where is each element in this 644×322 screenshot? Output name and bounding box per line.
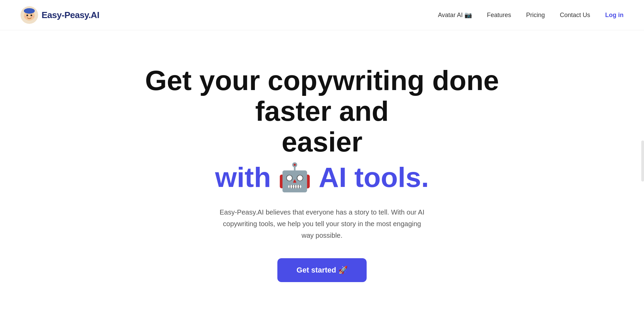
robot-emoji: 🤖 — [278, 164, 312, 191]
hero-subtitle-suffix: AI tools. — [319, 161, 429, 194]
hero-subtitle: with 🤖 AI tools. — [215, 161, 429, 194]
get-started-button[interactable]: Get started 🚀 — [277, 258, 366, 282]
logo-text: Easy-Peasy.AI — [42, 10, 99, 20]
nav-contact[interactable]: Contact Us — [560, 12, 590, 19]
navbar: Easy-Peasy.AI Avatar AI 📷 Features Prici… — [0, 0, 644, 30]
scrollbar[interactable] — [641, 141, 644, 181]
hero-subtitle-prefix: with — [215, 161, 271, 194]
svg-point-6 — [32, 16, 34, 17]
hero-title-line2: easier — [281, 127, 362, 157]
svg-point-2 — [24, 8, 35, 14]
hero-section: Get your copywriting done faster and eas… — [0, 30, 644, 310]
nav-features[interactable]: Features — [487, 12, 511, 19]
svg-point-5 — [25, 16, 27, 17]
hero-title-line1: Get your copywriting done faster and — [135, 65, 509, 127]
logo-icon — [20, 6, 38, 24]
nav-pricing[interactable]: Pricing — [526, 12, 545, 19]
svg-point-3 — [27, 15, 28, 16]
hero-description: Easy-Peasy.AI believes that everyone has… — [216, 206, 428, 241]
svg-point-4 — [31, 15, 32, 16]
nav-login[interactable]: Log in — [605, 12, 624, 19]
nav-links: Avatar AI 📷 Features Pricing Contact Us … — [438, 11, 624, 19]
logo[interactable]: Easy-Peasy.AI — [20, 6, 99, 24]
nav-avatar-ai[interactable]: Avatar AI 📷 — [438, 11, 472, 19]
